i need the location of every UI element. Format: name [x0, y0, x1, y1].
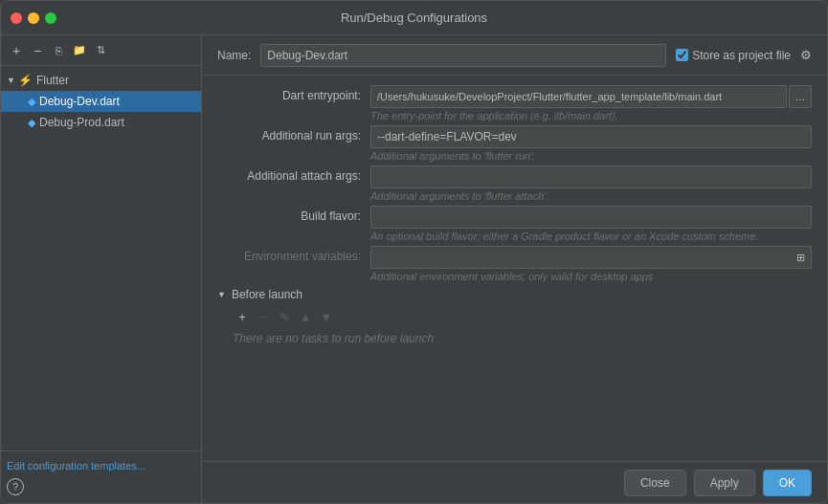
before-launch-empty-message: There are no tasks to run before launch: [233, 332, 812, 345]
additional-run-args-content: Additional arguments to 'flutter run'.: [370, 125, 812, 162]
launch-remove-button[interactable]: −: [254, 307, 273, 326]
env-expand-button[interactable]: ⊞: [791, 246, 812, 269]
footer: Close Apply OK: [202, 461, 827, 503]
remove-config-button[interactable]: −: [28, 41, 47, 60]
ok-button[interactable]: OK: [763, 470, 812, 496]
move-into-group-button[interactable]: 📁: [70, 41, 89, 60]
copy-config-button[interactable]: ⎘: [49, 41, 68, 60]
env-input-wrapper: ⊞: [370, 246, 812, 269]
launch-add-button[interactable]: +: [233, 307, 252, 326]
store-as-project-file-checkbox[interactable]: [676, 49, 688, 61]
gear-icon[interactable]: ⚙: [800, 48, 812, 62]
env-variables-hint: Additional environment variables; only v…: [370, 271, 812, 282]
additional-attach-args-label: Additional attach args:: [217, 165, 370, 183]
before-launch-title: Before launch: [232, 288, 302, 301]
dart-file-icon-2: ◆: [28, 117, 35, 129]
launch-edit-button[interactable]: ✎: [275, 307, 294, 326]
build-flavor-hint: An optional build flavor; either a Gradl…: [370, 230, 812, 242]
additional-attach-args-hint: Additional arguments to 'flutter attach'…: [370, 190, 812, 202]
env-variables-content: ⊞ Additional environment variables; only…: [370, 246, 812, 282]
store-as-project-file-label: Store as project file: [676, 49, 791, 62]
before-launch-chevron-icon: ▼: [217, 290, 226, 299]
dart-entrypoint-label: Dart entrypoint:: [217, 85, 370, 102]
dart-entrypoint-browse-button[interactable]: …: [789, 85, 812, 108]
maximize-window-button[interactable]: [45, 12, 56, 24]
title-bar: Run/Debug Configurations: [1, 1, 827, 35]
config-panel: Name: Store as project file ⚙ Dart entry…: [202, 35, 827, 503]
build-flavor-row: Build flavor: An optional build flavor; …: [217, 206, 812, 242]
launch-move-down-button[interactable]: ▼: [317, 307, 336, 326]
sidebar-item-debug-dev[interactable]: ◆ Debug-Dev.dart: [1, 91, 201, 112]
dart-entrypoint-input[interactable]: [370, 85, 787, 108]
before-launch-section: ▼ Before launch + − ✎ ▲ ▼ There are no t…: [217, 288, 812, 345]
sidebar-tree: ▼ ⚡ Flutter ◆ Debug-Dev.dart ◆ Debug-Pro…: [1, 66, 201, 450]
name-input[interactable]: [260, 44, 666, 67]
additional-attach-args-content: Additional arguments to 'flutter attach'…: [370, 165, 812, 202]
dart-file-icon: ◆: [28, 96, 35, 108]
sidebar-item-label: Debug-Dev.dart: [39, 95, 120, 108]
dart-entrypoint-hint: The entry-point for the application (e.g…: [370, 110, 812, 121]
launch-move-up-button[interactable]: ▲: [296, 307, 315, 326]
edit-configuration-templates-link[interactable]: Edit configuration templates...: [7, 460, 145, 471]
sidebar-item-label-2: Debug-Prod.dart: [39, 116, 124, 129]
sidebar-footer: Edit configuration templates... ?: [1, 450, 201, 503]
additional-run-args-label: Additional run args:: [217, 125, 370, 142]
config-header: Name: Store as project file ⚙: [202, 35, 827, 76]
sidebar-item-debug-prod[interactable]: ◆ Debug-Prod.dart: [1, 112, 201, 133]
minimize-window-button[interactable]: [28, 12, 39, 24]
additional-run-args-input[interactable]: [370, 125, 812, 148]
name-label: Name:: [217, 49, 251, 62]
traffic-lights: [11, 12, 56, 24]
close-button[interactable]: Close: [624, 470, 686, 496]
sidebar: + − ⎘ 📁 ⇅ ▼ ⚡ Flutter ◆ Debug-Dev.dart: [1, 35, 202, 503]
sidebar-toolbar: + − ⎘ 📁 ⇅: [1, 35, 201, 66]
sidebar-group-flutter[interactable]: ▼ ⚡ Flutter: [1, 70, 201, 91]
before-launch-header[interactable]: ▼ Before launch: [217, 288, 812, 301]
run-debug-configurations-window: Run/Debug Configurations + − ⎘ 📁 ⇅ ▼ ⚡ F…: [0, 0, 828, 504]
sort-button[interactable]: ⇅: [91, 41, 110, 60]
build-flavor-content: An optional build flavor; either a Gradl…: [370, 206, 812, 242]
help-button[interactable]: ?: [7, 478, 24, 495]
additional-attach-args-input[interactable]: [370, 165, 812, 188]
window-title: Run/Debug Configurations: [341, 11, 487, 25]
env-variables-label: Environment variables:: [217, 246, 370, 263]
group-label: Flutter: [36, 74, 69, 87]
dart-entrypoint-content: … The entry-point for the application (e…: [370, 85, 812, 121]
chevron-down-icon: ▼: [7, 76, 15, 85]
dart-entrypoint-row: Dart entrypoint: … The entry-point for t…: [217, 85, 812, 121]
additional-attach-args-row: Additional attach args: Additional argum…: [217, 165, 812, 202]
close-window-button[interactable]: [11, 12, 22, 24]
additional-run-args-hint: Additional arguments to 'flutter run'.: [370, 150, 812, 162]
config-body: Dart entrypoint: … The entry-point for t…: [202, 76, 827, 461]
build-flavor-label: Build flavor:: [217, 206, 370, 223]
env-variables-row: Environment variables: ⊞ Additional envi…: [217, 246, 812, 282]
dart-entrypoint-input-group: …: [370, 85, 812, 108]
main-content: + − ⎘ 📁 ⇅ ▼ ⚡ Flutter ◆ Debug-Dev.dart: [1, 35, 827, 503]
add-config-button[interactable]: +: [7, 41, 26, 60]
env-variables-input[interactable]: [370, 246, 791, 269]
apply-button[interactable]: Apply: [694, 470, 755, 496]
launch-toolbar: + − ✎ ▲ ▼: [233, 307, 812, 326]
build-flavor-input[interactable]: [370, 206, 812, 229]
flutter-icon: ⚡: [19, 74, 33, 87]
additional-run-args-row: Additional run args: Additional argument…: [217, 125, 812, 162]
